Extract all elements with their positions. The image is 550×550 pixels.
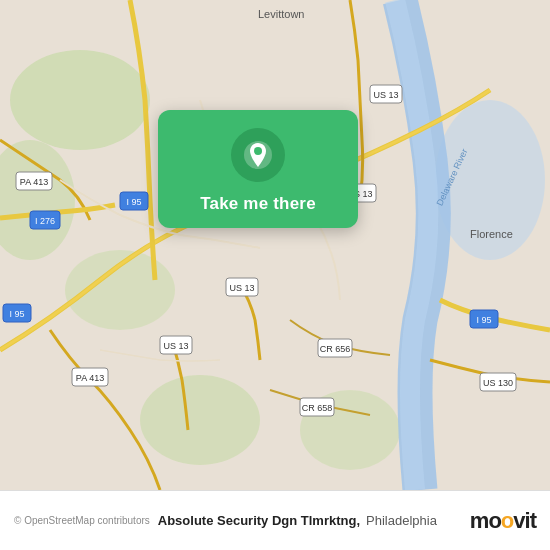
svg-text:US 13: US 13 [373,90,398,100]
svg-point-1 [10,50,150,150]
location-name: Absolute Security Dgn Tlmrktng, [158,513,360,528]
take-me-there-button[interactable]: Take me there [200,194,316,214]
svg-text:Levittown: Levittown [258,8,304,20]
bottom-info: © OpenStreetMap contributors Absolute Se… [14,513,437,528]
bottom-bar: © OpenStreetMap contributors Absolute Se… [0,490,550,550]
svg-text:I 95: I 95 [126,197,141,207]
svg-text:US 13: US 13 [229,283,254,293]
svg-text:Florence: Florence [470,228,513,240]
pin-icon-wrapper [231,128,285,182]
location-pin-icon [242,139,274,171]
svg-text:PA 413: PA 413 [76,373,104,383]
svg-point-4 [140,375,260,465]
moovit-logo: moovit [470,508,536,534]
svg-text:I 276: I 276 [35,216,55,226]
location-city: Philadelphia [366,513,437,528]
svg-text:CR 656: CR 656 [320,344,351,354]
svg-point-37 [254,147,262,155]
svg-text:US 130: US 130 [483,378,513,388]
copyright-text: © OpenStreetMap contributors [14,515,150,526]
svg-text:US 13: US 13 [163,341,188,351]
svg-text:I 95: I 95 [476,315,491,325]
svg-text:PA 413: PA 413 [20,177,48,187]
map-svg: Levittown Delaware River Florence US 13 … [0,0,550,490]
svg-text:CR 658: CR 658 [302,403,333,413]
map-container: Levittown Delaware River Florence US 13 … [0,0,550,490]
svg-text:I 95: I 95 [9,309,24,319]
navigation-card[interactable]: Take me there [158,110,358,228]
